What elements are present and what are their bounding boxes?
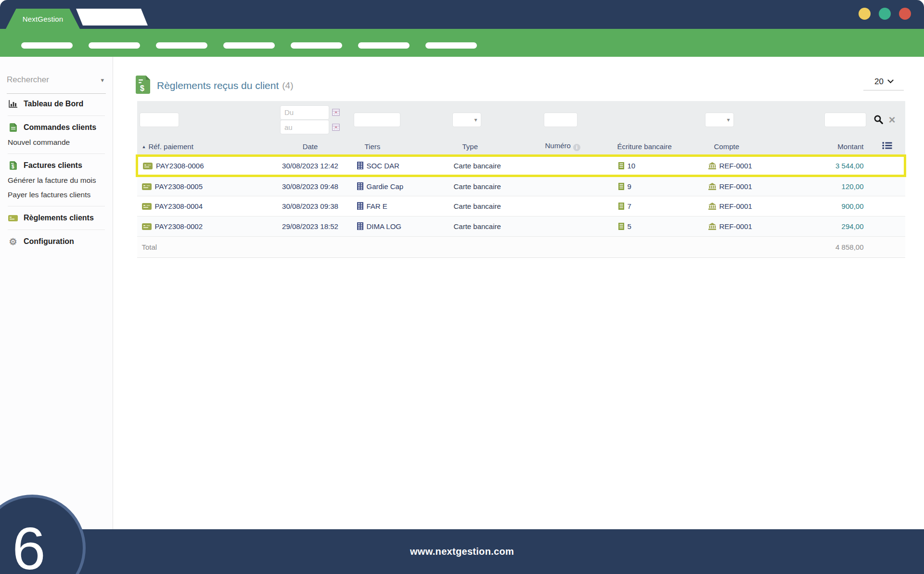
sidebar-item-tableau-de-bord[interactable]: Tableau de Bord: [0, 96, 113, 112]
filter-compte-select[interactable]: ▾: [706, 113, 733, 127]
calendar-icon[interactable]: [332, 124, 340, 131]
table-header-row: ▲Réf. paiement Date Tiers Type Numéroi É…: [137, 139, 905, 156]
chevron-down-icon: [887, 77, 894, 83]
payment-amount: 3 544,00: [818, 156, 869, 176]
bank-entry-link[interactable]: 7: [628, 202, 631, 210]
payment-type: Carte bancaire: [450, 156, 541, 176]
account-link[interactable]: REF-0001: [719, 202, 752, 210]
bank-entry-receipt-icon: [618, 203, 624, 210]
payment-row[interactable]: PAY2308-0006 30/08/2023 12:42 SOC DAR Ca…: [137, 156, 905, 176]
payment-type: Carte bancaire: [450, 176, 541, 196]
payments-doc-icon: $: [136, 76, 150, 96]
column-header-compte[interactable]: Compte: [703, 139, 818, 156]
account-link[interactable]: REF-0001: [719, 162, 752, 170]
payment-card-icon: [142, 203, 152, 210]
sidebar-item-label: Payer les factures clients: [8, 191, 90, 199]
sidebar-item-reglements-clients[interactable]: Règlements clients: [0, 210, 113, 226]
close-button[interactable]: [899, 8, 911, 20]
bank-account-icon: [708, 183, 716, 190]
svg-text:$: $: [140, 84, 144, 92]
payment-date: 30/08/2023 12:42: [270, 156, 351, 176]
sidebar-search[interactable]: ▾: [7, 66, 106, 94]
total-row: Total 4 858,00: [137, 237, 905, 258]
column-header-montant[interactable]: Montant: [818, 139, 869, 156]
column-header-numero[interactable]: Numéroi: [541, 139, 614, 156]
sidebar-item-factures-clients[interactable]: $ Factures clients: [0, 158, 113, 173]
search-input[interactable]: [7, 75, 89, 85]
sidebar-item-configuration[interactable]: ⚙ Configuration: [0, 234, 113, 249]
payment-ref-link[interactable]: PAY2308-0005: [155, 182, 203, 191]
tiers-link[interactable]: FAR E: [367, 202, 387, 210]
bank-entry-link[interactable]: 9: [628, 182, 631, 191]
payment-numero: [541, 217, 614, 237]
account-link[interactable]: REF-0001: [719, 182, 752, 191]
bank-entry-receipt-icon: [618, 223, 624, 230]
calendar-icon[interactable]: [332, 109, 340, 116]
inactive-tab[interactable]: [76, 9, 148, 26]
sidebar-item-payer-factures[interactable]: Payer les factures clients: [0, 188, 113, 202]
brand-name: NextGestion: [23, 15, 64, 23]
minimize-button[interactable]: [859, 8, 871, 20]
nav-pill[interactable]: [156, 42, 207, 49]
column-header-date[interactable]: Date: [270, 139, 351, 156]
maximize-button[interactable]: [879, 8, 891, 20]
account-link[interactable]: REF-0001: [719, 222, 752, 230]
bank-entry-link[interactable]: 5: [628, 222, 631, 230]
page-size-select[interactable]: 20: [863, 73, 904, 90]
main-content: $ Règlements reçus du client (4) 20: [114, 57, 924, 529]
payment-ref-link[interactable]: PAY2308-0004: [155, 202, 203, 210]
payment-row[interactable]: PAY2308-0004 30/08/2023 09:38 FAR E Cart…: [137, 196, 905, 217]
footer-url: www.nextgestion.com: [410, 546, 514, 557]
nav-pill[interactable]: [21, 42, 73, 49]
nav-pill[interactable]: [291, 42, 342, 49]
filter-ref-input[interactable]: [140, 113, 179, 127]
step-number: 6: [12, 518, 52, 574]
nav-pill[interactable]: [358, 42, 410, 49]
brand-tab[interactable]: NextGestion: [6, 9, 80, 29]
filter-tiers-input[interactable]: [354, 113, 400, 127]
sidebar-item-label: Générer la facture du mois: [8, 176, 96, 185]
bank-entry-link[interactable]: 10: [628, 162, 636, 170]
payment-row[interactable]: PAY2308-0002 29/08/2023 18:52 DIMA LOG C…: [137, 217, 905, 237]
filter-montant-input[interactable]: [825, 113, 866, 127]
table-body: PAY2308-0006 30/08/2023 12:42 SOC DAR Ca…: [137, 156, 905, 237]
sidebar-item-commandes-clients[interactable]: Commandes clients: [0, 120, 113, 135]
payments-table: ▾ ▾ × ▲Réf. paiement: [136, 101, 906, 258]
payment-row[interactable]: PAY2308-0005 30/08/2023 09:48 Gardie Cap…: [137, 176, 905, 196]
payment-card-icon: [142, 223, 152, 230]
tiers-link[interactable]: SOC DAR: [367, 162, 399, 170]
column-list-icon[interactable]: [873, 141, 892, 150]
column-header-tiers[interactable]: Tiers: [351, 139, 450, 156]
column-header-ecriture[interactable]: Écriture bancaire: [614, 139, 703, 156]
page-size-value: 20: [874, 77, 884, 87]
company-building-icon: [357, 202, 363, 210]
nav-pill[interactable]: [425, 42, 477, 49]
sidebar-item-label: Factures clients: [24, 161, 82, 170]
divider: [8, 115, 105, 116]
total-amount: 4 858,00: [818, 237, 869, 258]
sidebar-item-generer-facture[interactable]: Générer la facture du mois: [0, 173, 113, 188]
search-icon[interactable]: [873, 115, 884, 125]
bank-entry-receipt-icon: [618, 183, 624, 190]
column-header-ref[interactable]: ▲Réf. paiement: [137, 139, 270, 156]
clear-filters-icon[interactable]: ×: [889, 114, 896, 126]
filter-numero-input[interactable]: [544, 113, 577, 127]
bank-account-icon: [708, 203, 716, 210]
filter-date-to-input[interactable]: [281, 120, 329, 134]
nav-pill[interactable]: [89, 42, 140, 49]
order-document-icon: [8, 123, 18, 132]
nav-pill[interactable]: [223, 42, 275, 49]
filter-date-from-input[interactable]: [281, 106, 329, 119]
payment-amount: 294,00: [818, 217, 869, 237]
tiers-link[interactable]: DIMA LOG: [367, 222, 402, 230]
sidebar-item-nouvel-commande[interactable]: Nouvel commande: [0, 135, 113, 150]
column-header-type[interactable]: Type: [450, 139, 541, 156]
sidebar-item-label: Configuration: [24, 237, 74, 246]
payment-ref-link[interactable]: PAY2308-0002: [155, 222, 203, 230]
filter-type-select[interactable]: ▾: [453, 113, 481, 127]
tiers-link[interactable]: Gardie Cap: [367, 182, 404, 191]
filter-ecriture-empty: [614, 101, 703, 139]
info-icon: i: [573, 144, 580, 151]
invoice-document-icon: $: [8, 161, 18, 170]
payment-ref-link[interactable]: PAY2308-0006: [156, 162, 204, 170]
